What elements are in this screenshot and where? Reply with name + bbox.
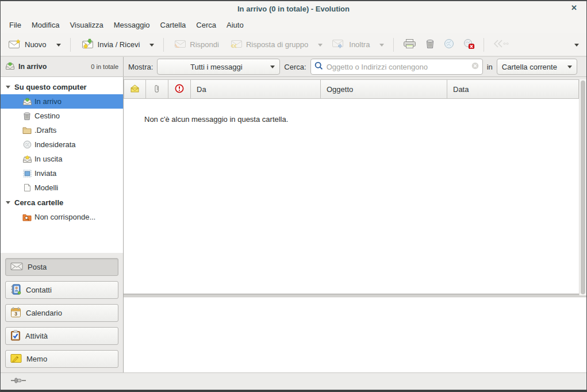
show-filter-value: Tutti i messaggi <box>162 63 270 71</box>
chevron-down-icon <box>270 66 275 71</box>
send-receive-button[interactable]: Invia / Ricevi <box>76 36 145 53</box>
evolution-window: In arrivo (0 in totale) - Evolution ✕ Fi… <box>0 0 587 392</box>
switcher-tasks-button[interactable]: Attività <box>5 327 118 345</box>
search-scope-dropdown[interactable]: Cartella corrente <box>497 59 577 75</box>
delete-button[interactable] <box>421 36 439 53</box>
preview-pane <box>124 298 586 372</box>
switcher-mail-button[interactable]: Posta <box>5 258 118 276</box>
column-priority[interactable] <box>168 79 191 99</box>
content-area: Su questo computer In arrivo Cestino <box>1 77 586 372</box>
sent-icon <box>22 170 32 178</box>
folder-item-cestino[interactable]: Cestino <box>1 109 123 123</box>
online-status-icon[interactable] <box>11 377 26 386</box>
inbox-icon <box>5 62 15 72</box>
message-list: Non c'è alcun messaggio in questa cartel… <box>124 99 586 294</box>
not-junk-button[interactable] <box>440 36 458 53</box>
chevron-down-icon <box>379 44 384 49</box>
tree-group-this-computer[interactable]: Su questo computer <box>1 79 123 94</box>
menu-item-messaggio[interactable]: Messaggio <box>109 18 155 32</box>
menu-item-aiuto[interactable]: Aiuto <box>221 18 249 32</box>
folder-item-label: Modelli <box>34 183 58 192</box>
folder-item-inviata[interactable]: Inviata <box>1 166 123 180</box>
search-input[interactable] <box>327 63 468 71</box>
toolbar-separator <box>393 38 394 52</box>
folder-item-label: Non corrisponde... <box>34 213 95 221</box>
switcher-memos-label: Memo <box>26 355 47 363</box>
folder-item-in-arrivo[interactable]: In arrivo <box>1 94 123 109</box>
folder-item-drafts[interactable]: .Drafts <box>1 123 123 137</box>
folder-item-label: Cestino <box>34 112 60 120</box>
window-title: In arrivo (0 in totale) - Evolution <box>237 5 350 13</box>
new-button[interactable]: Nuovo <box>4 36 51 53</box>
folder-item-in-uscita[interactable]: In uscita <box>1 152 123 166</box>
switcher-calendar-label: Calendario <box>26 309 62 317</box>
show-filter-dropdown[interactable]: Tutti i messaggi <box>157 59 280 75</box>
template-icon <box>22 183 32 192</box>
column-read-status[interactable] <box>124 79 146 99</box>
folder-item-non-corrisponde[interactable]: Non corrisponde... <box>1 210 123 224</box>
column-attachment[interactable] <box>146 79 168 99</box>
toolbar-separator <box>163 38 164 52</box>
close-icon[interactable]: ✕ <box>571 3 577 13</box>
column-da[interactable]: Da <box>191 79 321 99</box>
menu-item-cerca[interactable]: Cerca <box>191 18 221 32</box>
reply-button-label: Rispondi <box>190 40 219 49</box>
search-scope-value: Cartella corrente <box>502 63 567 71</box>
contacts-icon <box>10 284 21 297</box>
tree-group-search-folders[interactable]: Cerca cartelle <box>1 195 123 210</box>
column-oggetto[interactable]: Oggetto <box>321 79 447 99</box>
switcher-contacts-label: Contatti <box>26 286 52 294</box>
not-junk-icon <box>444 39 454 51</box>
inbox-icon <box>22 98 32 106</box>
mail-icon <box>10 262 23 272</box>
menu-item-visualizza[interactable]: Visualizza <box>64 18 108 32</box>
menu-item-modifica[interactable]: Modifica <box>26 18 64 32</box>
previous-message-button <box>489 37 513 52</box>
send-receive-label: Invia / Ricevi <box>98 40 140 49</box>
scrollbar-thumb[interactable] <box>581 80 585 294</box>
message-list-scrollbar[interactable] <box>579 79 586 295</box>
trash-icon <box>425 39 435 51</box>
switcher-contacts-button[interactable]: Contatti <box>5 281 118 299</box>
folder-tree: Su questo computer In arrivo Cestino <box>1 77 123 253</box>
send-receive-dropdown-button[interactable] <box>145 38 158 52</box>
folder-item-modelli[interactable]: Modelli <box>1 180 123 195</box>
forward-icon <box>332 39 346 51</box>
toolbar-overflow-button[interactable] <box>570 38 583 52</box>
junk-button[interactable] <box>459 36 478 53</box>
print-icon <box>403 39 416 51</box>
preview-splitter[interactable] <box>124 294 586 298</box>
folder-item-label: In arrivo <box>34 97 62 106</box>
memo-icon <box>10 353 22 365</box>
group-reply-icon <box>229 39 243 50</box>
read-status-icon <box>130 84 140 94</box>
clear-search-icon[interactable] <box>471 62 479 71</box>
status-bar <box>1 372 586 390</box>
menu-item-cartella[interactable]: Cartella <box>155 18 191 32</box>
filter-controls: Mostra: Tutti i messaggi Cerca: in Carte… <box>124 57 586 76</box>
component-switcher: Posta Contatti 3 Calendario <box>1 253 123 372</box>
reply-icon <box>174 39 186 50</box>
folder-item-label: .Drafts <box>34 126 56 134</box>
priority-icon <box>175 84 184 95</box>
switcher-calendar-button[interactable]: 3 Calendario <box>5 304 118 322</box>
forward-button: Inoltra <box>328 36 374 53</box>
sidebar: Su questo computer In arrivo Cestino <box>1 77 124 372</box>
column-oggetto-label: Oggetto <box>327 85 353 94</box>
filter-bar: In arrivo 0 in totale Mostra: Tutti i me… <box>1 56 586 77</box>
search-folder-icon <box>22 213 32 221</box>
folder-item-label: Inviata <box>34 169 56 178</box>
switcher-memos-button[interactable]: Memo <box>5 350 118 368</box>
column-data[interactable]: Data <box>447 79 579 99</box>
folder-icon <box>22 126 32 134</box>
print-button[interactable] <box>399 36 420 53</box>
expander-icon <box>6 86 10 91</box>
in-label: in <box>487 63 493 71</box>
new-dropdown-button[interactable] <box>52 38 65 52</box>
tasks-icon <box>10 330 21 343</box>
forward-dropdown-button <box>375 38 388 52</box>
menubar: File Modifica Visualizza Messaggio Carte… <box>1 16 586 33</box>
group-reply-button: Risposta di gruppo <box>225 36 313 53</box>
folder-item-indesiderata[interactable]: Indesiderata <box>1 137 123 152</box>
menu-item-file[interactable]: File <box>4 18 26 32</box>
